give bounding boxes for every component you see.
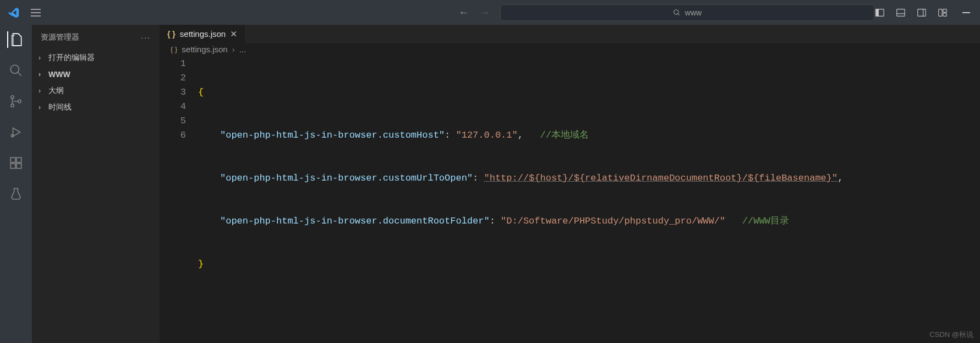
breadcrumb-tail: ...: [239, 45, 247, 54]
svg-rect-8: [897, 9, 905, 16]
layout-sidebar-right-icon[interactable]: [916, 7, 927, 18]
line-number: 3: [160, 85, 186, 100]
watermark: CSDN @秋说: [929, 330, 973, 340]
chevron-right-icon: ›: [39, 70, 45, 78]
line-number: 5: [160, 114, 186, 128]
svg-rect-22: [10, 157, 15, 162]
svg-rect-7: [876, 9, 879, 16]
command-center[interactable]: www: [500, 4, 874, 21]
svg-rect-13: [943, 9, 946, 12]
nav-back-icon[interactable]: ←: [458, 6, 469, 19]
breadcrumb[interactable]: { } settings.json › ...: [160, 43, 980, 56]
svg-line-4: [678, 13, 680, 15]
token-string-link: "http://${host}/${relativeDirnameDocumen…: [484, 173, 837, 183]
line-number: 6: [160, 128, 186, 143]
svg-marker-20: [13, 128, 20, 136]
token-comment: //本地域名: [540, 130, 589, 140]
main: 资源管理器 ··· ›打开的编辑器 ›WWW ›大纲 ›时间线 { } sett…: [0, 25, 980, 343]
menu-icon[interactable]: [28, 9, 44, 17]
svg-rect-12: [939, 9, 942, 16]
chevron-right-icon: ›: [39, 87, 45, 95]
token-string: "D:/Software/PHPStudy/phpstudy_pro/WWW/": [501, 216, 725, 226]
svg-point-15: [10, 65, 19, 73]
svg-point-18: [11, 104, 14, 107]
json-file-icon: { }: [171, 45, 177, 53]
svg-point-19: [18, 100, 21, 102]
svg-rect-10: [918, 9, 926, 16]
breadcrumb-file: settings.json: [182, 45, 227, 54]
vscode-logo-icon: [0, 7, 28, 19]
layout-customize-icon[interactable]: [937, 7, 948, 18]
nav-arrows: ← →: [458, 6, 490, 19]
tab-label: settings.json: [180, 29, 226, 39]
layout-sidebar-left-icon[interactable]: [874, 7, 885, 18]
line-number: 2: [160, 71, 186, 85]
title-bar-right: [874, 7, 970, 18]
svg-point-21: [11, 134, 13, 137]
breadcrumb-sep: ›: [232, 45, 235, 54]
token-punct: :: [445, 130, 456, 140]
testing-icon[interactable]: [8, 186, 24, 202]
svg-line-16: [18, 72, 21, 76]
search-icon[interactable]: [8, 62, 24, 79]
json-file-icon: { }: [167, 30, 176, 39]
token-key: "open-php-html-js-in-browser.customUrlTo…: [220, 173, 473, 183]
sidebar: 资源管理器 ··· ›打开的编辑器 ›WWW ›大纲 ›时间线: [32, 25, 160, 343]
tab-bar: { } settings.json ⨯: [160, 25, 980, 43]
token-brace: {: [198, 87, 204, 97]
token-key: "open-php-html-js-in-browser.documentRoo…: [220, 216, 490, 226]
close-icon[interactable]: ⨯: [230, 29, 237, 39]
tree-label: 大纲: [48, 86, 64, 96]
tree-item-outline[interactable]: ›大纲: [32, 83, 160, 99]
token-brace: }: [198, 259, 204, 269]
tree-item-timeline[interactable]: ›时间线: [32, 99, 160, 116]
svg-rect-23: [10, 164, 15, 168]
nav-forward-icon[interactable]: →: [479, 6, 490, 19]
run-debug-icon[interactable]: [8, 124, 24, 140]
sidebar-more-icon[interactable]: ···: [141, 33, 151, 42]
tree-item-www[interactable]: ›WWW: [32, 66, 160, 83]
svg-rect-14: [943, 13, 946, 15]
tab-settings-json[interactable]: { } settings.json ⨯: [160, 25, 245, 43]
title-bar: ← → www: [0, 0, 980, 25]
layout-panel-icon[interactable]: [895, 7, 906, 18]
editor-area: { } settings.json ⨯ { } settings.json › …: [160, 25, 980, 343]
svg-point-17: [11, 96, 14, 99]
sidebar-title: 资源管理器: [41, 32, 79, 42]
chevron-right-icon: ›: [39, 104, 45, 111]
line-number: 4: [160, 100, 186, 114]
token-punct: ,: [837, 173, 843, 183]
code-area[interactable]: 1 2 3 4 5 6 { "open-php-html-js-in-brows…: [160, 56, 980, 343]
line-number: 1: [160, 57, 186, 71]
tree-label: 打开的编辑器: [48, 53, 95, 63]
token-punct: :: [490, 216, 501, 226]
tree-label: 时间线: [48, 102, 72, 112]
svg-rect-25: [17, 157, 21, 162]
token-string: "127.0.0.1": [456, 130, 517, 140]
token-key: "open-php-html-js-in-browser.customHost": [220, 130, 445, 140]
token-comment: //WWW目录: [742, 216, 789, 226]
token-punct: ,: [518, 130, 523, 140]
activity-bar: [0, 25, 32, 343]
sidebar-header: 资源管理器 ···: [32, 25, 160, 50]
tree-item-open-editors[interactable]: ›打开的编辑器: [32, 50, 160, 66]
svg-rect-24: [17, 164, 21, 168]
source-control-icon[interactable]: [8, 93, 24, 110]
command-center-text: www: [685, 8, 702, 17]
code-content[interactable]: { "open-php-html-js-in-browser.customHos…: [198, 56, 980, 343]
explorer-icon[interactable]: [7, 31, 24, 48]
tree-label: WWW: [48, 70, 70, 79]
token-punct: :: [473, 173, 484, 183]
extensions-icon[interactable]: [8, 155, 24, 171]
window-minimize-icon[interactable]: [962, 12, 970, 13]
gutter: 1 2 3 4 5 6: [160, 56, 198, 343]
chevron-right-icon: ›: [39, 54, 45, 62]
svg-point-3: [674, 9, 678, 14]
